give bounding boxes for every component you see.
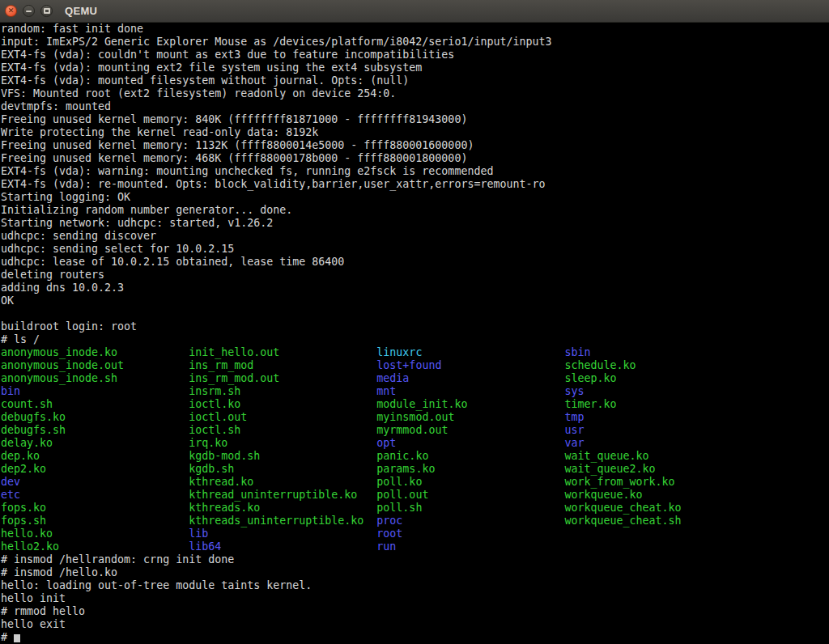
ls-entry-file: anonymous_inode.ko — [1, 346, 189, 358]
console-line: EXT4-fs (vda): warning: mounting uncheck… — [1, 165, 829, 178]
console-line: udhcpc: lease of 10.0.2.15 obtained, lea… — [1, 256, 829, 269]
ls-entry-dir: lost+found — [376, 359, 564, 371]
ls-entry-file: kthreads.ko — [189, 502, 376, 514]
ls-entry-dir: opt — [376, 437, 564, 449]
console-line: # rmmod hello — [1, 605, 829, 618]
ls-entry-file: kgdb-mod.sh — [189, 450, 376, 462]
ls-entry-dir: lib64 — [189, 540, 376, 553]
ls-entry-file: dep2.ko — [1, 463, 189, 475]
ls-entry-file: workqueue_cheat.sh — [565, 515, 753, 527]
ls-entry-file: ioctl.out — [189, 411, 376, 423]
ls-entry-file: wait_queue2.ko — [565, 463, 753, 475]
ls-entry-dir: sys — [565, 385, 753, 397]
ls-entry-file: myinsmod.out — [376, 411, 564, 423]
console-line: buildroot login: root — [1, 320, 829, 333]
console-line: dep2.ko kgdb.sh params.ko wait_queue2.ko — [1, 463, 829, 476]
minimize-icon — [26, 11, 32, 12]
console-line: dev kthread.ko poll.ko work_from_work.ko — [1, 476, 829, 489]
ls-entry-file: fops.ko — [1, 502, 189, 514]
console-line: EXT4-fs (vda): couldn't mount as ext3 du… — [1, 49, 829, 61]
maximize-button[interactable] — [40, 5, 53, 17]
ls-entry-file: debugfs.sh — [1, 424, 189, 436]
console-line: Freeing unused kernel memory: 1132K (fff… — [1, 139, 829, 152]
console-line: Starting logging: OK — [1, 191, 829, 204]
window-title: QEMU — [65, 5, 97, 17]
ls-entry-file: count.sh — [1, 398, 189, 410]
ls-entry-dir: mnt — [376, 385, 564, 397]
ls-entry-file: kgdb.sh — [189, 463, 376, 475]
console-line: debugfs.sh ioctl.sh myrmmod.out usr — [1, 424, 829, 437]
titlebar[interactable]: ✕ QEMU — [0, 0, 829, 23]
console-line: Write protecting the kernel read-only da… — [1, 126, 829, 139]
console-line: hello: loading out-of-tree module taints… — [1, 579, 829, 592]
ls-entry-file: init_hello.out — [189, 346, 376, 358]
ls-entry-file: work_from_work.ko — [565, 476, 753, 488]
console-line: # insmod /hellrandom: crng init done — [1, 553, 829, 566]
console-line: delay.ko irq.ko opt var — [1, 437, 829, 450]
ls-entry-file: ioctl.ko — [189, 398, 376, 410]
console-line: anonymous_inode.ko init_hello.out linuxr… — [1, 346, 829, 359]
ls-entry-file: wait_queue.ko — [565, 450, 753, 462]
console-line: hello.ko lib root — [1, 527, 829, 540]
ls-entry-file: ioctl.sh — [189, 424, 376, 436]
ls-entry-file: hello2.ko — [1, 540, 189, 553]
ls-entry-file: ins_rm_mod — [189, 359, 376, 371]
console-line: EXT4-fs (vda): mounted filesystem withou… — [1, 74, 829, 87]
console-line: udhcpc: sending select for 10.0.2.15 — [1, 243, 829, 256]
console-line: Starting network: udhcpc: started, v1.26… — [1, 217, 829, 230]
console-line: # insmod /hello.ko — [1, 566, 829, 579]
close-button[interactable]: ✕ — [5, 5, 17, 17]
ls-entry-link: linuxrc — [376, 346, 564, 358]
ls-entry-dir: dev — [1, 476, 189, 488]
ls-entry-file: hello.ko — [1, 527, 189, 540]
ls-entry-dir: proc — [376, 515, 564, 527]
console-line: input: ImExPS/2 Generic Explorer Mouse a… — [1, 36, 829, 49]
ls-entry-dir: var — [565, 437, 753, 449]
ls-entry-file: debugfs.ko — [1, 411, 189, 423]
ls-entry-dir: etc — [1, 489, 189, 501]
console-line: count.sh ioctl.ko module_init.ko timer.k… — [1, 398, 829, 411]
console-line: Freeing unused kernel memory: 840K (ffff… — [1, 113, 829, 126]
console-line: udhcpc: sending discover — [1, 230, 829, 243]
console-line — [1, 307, 829, 320]
ls-entry-file: panic.ko — [376, 450, 564, 462]
console-line: VFS: Mounted root (ext2 filesystem) read… — [1, 87, 829, 100]
ls-entry-file: myrmmod.out — [376, 424, 564, 436]
ls-entry-dir: media — [376, 372, 564, 384]
console-output[interactable]: random: fast init doneinput: ImExPS/2 Ge… — [0, 23, 829, 644]
ls-entry-file: poll.out — [376, 489, 564, 501]
maximize-icon — [44, 8, 50, 14]
ls-entry-dir: sbin — [565, 346, 753, 358]
console-line: EXT4-fs (vda): mounting ext2 file system… — [1, 61, 829, 74]
console-line: deleting routers — [1, 269, 829, 282]
console-line: fops.ko kthreads.ko poll.sh workqueue_ch… — [1, 502, 829, 515]
ls-entry-file: anonymous_inode.out — [1, 359, 189, 371]
console-line: hello exit — [1, 618, 829, 631]
ls-entry-file: dep.ko — [1, 450, 189, 462]
console-line: dep.ko kgdb-mod.sh panic.ko wait_queue.k… — [1, 450, 829, 463]
console-line: Freeing unused kernel memory: 468K (ffff… — [1, 152, 829, 165]
console-line: anonymous_inode.sh ins_rm_mod.out media … — [1, 372, 829, 385]
minimize-button[interactable] — [23, 5, 35, 17]
terminal-cursor — [14, 634, 20, 642]
console-line: devtmpfs: mounted — [1, 100, 829, 113]
console-line: OK — [1, 294, 829, 307]
console-line: # — [1, 631, 829, 644]
ls-entry-file: fops.sh — [1, 515, 189, 527]
console-line: Initializing random number generator... … — [1, 204, 829, 217]
ls-entry-file: irq.ko — [189, 437, 376, 449]
console-line: random: fast init done — [1, 23, 829, 36]
ls-entry-dir: lib — [189, 527, 376, 540]
ls-entry-file: workqueue.ko — [565, 489, 753, 501]
ls-entry-file: kthreads_uninterruptible.ko — [189, 515, 376, 527]
ls-entry-file: ins_rm_mod.out — [189, 372, 376, 384]
ls-entry-file: delay.ko — [1, 437, 189, 449]
ls-entry-file: anonymous_inode.sh — [1, 372, 189, 384]
ls-entry-dir: bin — [1, 385, 189, 397]
ls-entry-file: poll.sh — [376, 502, 564, 514]
ls-entry-dir: root — [376, 527, 564, 540]
ls-entry-file: kthread.ko — [189, 476, 376, 488]
console-line: # ls / — [1, 333, 829, 346]
ls-entry-file: timer.ko — [565, 398, 753, 410]
ls-entry-file: module_init.ko — [376, 398, 564, 410]
